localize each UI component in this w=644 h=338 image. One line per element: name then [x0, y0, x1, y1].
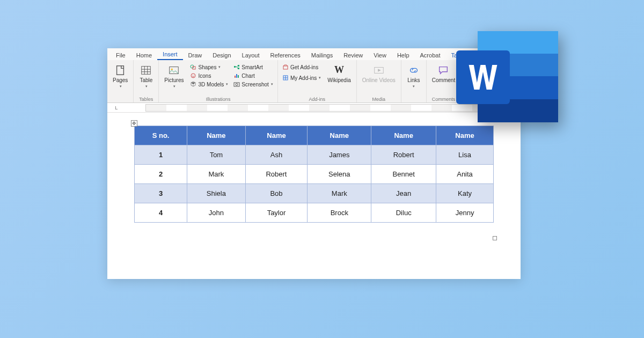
screenshot-button[interactable]: Screenshot — [232, 80, 274, 88]
wikipedia-label: Wikipedia — [327, 77, 350, 83]
group-media: Online Videos Media — [357, 60, 401, 102]
comment-button[interactable]: Comment — [430, 63, 457, 84]
tab-mailings[interactable]: Mailings — [306, 50, 338, 60]
cell[interactable]: Jean — [371, 184, 436, 203]
screenshot-label: Screenshot — [241, 82, 269, 87]
table-resize-handle[interactable] — [493, 236, 497, 240]
th-name-1[interactable]: Name — [187, 126, 246, 145]
cell[interactable]: 1 — [135, 145, 187, 165]
pages-button[interactable]: Pages — [111, 63, 130, 90]
th-sno[interactable]: S no. — [135, 126, 187, 145]
word-logo-square — [456, 50, 510, 104]
svg-rect-9 — [234, 66, 236, 68]
tab-design[interactable]: Design — [207, 50, 236, 60]
table-row: 1 Tom Ash James Robert Lisa — [135, 145, 494, 165]
table-button[interactable]: Table — [137, 63, 155, 90]
cell[interactable]: Robert — [245, 165, 308, 184]
cell[interactable]: Lisa — [436, 145, 494, 165]
cell[interactable]: Bob — [245, 184, 308, 203]
models-label: 3D Models — [198, 82, 224, 87]
tab-acrobat[interactable]: Acrobat — [415, 50, 446, 60]
cell[interactable]: Diluc — [371, 203, 436, 223]
tab-insert[interactable]: Insert — [157, 49, 183, 60]
tab-references[interactable]: References — [265, 50, 306, 60]
group-tables: Table Tables — [134, 60, 159, 102]
svg-rect-11 — [238, 68, 239, 69]
smartart-button[interactable]: SmartArt — [232, 63, 274, 71]
comment-icon — [437, 64, 449, 76]
tab-draw[interactable]: Draw — [183, 50, 208, 60]
links-label: Links — [407, 77, 420, 83]
cell[interactable]: 3 — [135, 184, 187, 203]
wikipedia-button[interactable]: W Wikipedia — [325, 63, 353, 84]
tab-help[interactable]: Help — [392, 50, 415, 60]
cell[interactable]: Robert — [371, 145, 436, 165]
icons-button[interactable]: Icons — [189, 72, 229, 79]
tab-view[interactable]: View — [368, 50, 392, 60]
table-row: 2 Mark Robert Selena Bennet Anita — [135, 165, 494, 184]
th-name-4[interactable]: Name — [371, 126, 436, 145]
cell[interactable]: Tom — [187, 145, 246, 165]
video-icon — [373, 64, 385, 76]
tab-file[interactable]: File — [111, 50, 131, 60]
th-name-3[interactable]: Name — [308, 126, 371, 145]
cell[interactable]: Anita — [436, 165, 494, 184]
tab-layout[interactable]: Layout — [237, 50, 265, 60]
link-icon — [408, 64, 420, 76]
comment-label: Comment — [432, 77, 455, 83]
get-addins-label: Get Add-ins — [290, 64, 318, 70]
group-illustrations: Pictures Shapes Icons 3D Models SmartArt… — [159, 60, 278, 102]
online-videos-button[interactable]: Online Videos — [360, 63, 398, 84]
smartart-icon — [233, 64, 240, 70]
get-addins-button[interactable]: Get Add-ins — [281, 63, 322, 71]
th-name-2[interactable]: Name — [245, 126, 308, 145]
cell[interactable]: Taylor — [245, 203, 308, 223]
cell[interactable]: John — [187, 203, 246, 223]
cell[interactable]: 2 — [135, 165, 187, 184]
table-icon — [140, 64, 152, 76]
tab-review[interactable]: Review — [338, 50, 368, 60]
group-links: Links . — [401, 60, 427, 102]
shapes-label: Shapes — [198, 64, 216, 70]
chart-icon — [233, 72, 240, 79]
cell[interactable]: Jenny — [436, 203, 494, 223]
chart-label: Chart — [241, 73, 254, 79]
svg-rect-13 — [236, 74, 237, 78]
document-area[interactable]: ✥ S no. Name Name Name Name Name 1 Tom A… — [107, 113, 521, 279]
addins-icon — [282, 75, 289, 81]
my-addins-button[interactable]: My Add-ins — [281, 74, 322, 82]
icons-label: Icons — [198, 73, 211, 79]
chart-button[interactable]: Chart — [232, 72, 274, 79]
group-comments-label: Comments — [430, 96, 457, 102]
cell[interactable]: Bennet — [371, 165, 436, 184]
ruler-corner: L — [107, 105, 125, 111]
cell[interactable]: Brock — [308, 203, 371, 223]
cell[interactable]: Ash — [245, 145, 308, 165]
group-media-label: Media — [360, 96, 398, 102]
pictures-label: Pictures — [164, 77, 184, 83]
table-row: 3 Shiela Bob Mark Jean Katy — [135, 184, 494, 203]
wikipedia-icon: W — [333, 64, 345, 76]
group-tables-label: Tables — [137, 96, 155, 102]
cell[interactable]: Katy — [436, 184, 494, 203]
cell[interactable]: Mark — [187, 165, 246, 184]
cell[interactable]: 4 — [135, 203, 187, 223]
icons-icon — [190, 72, 196, 79]
pictures-button[interactable]: Pictures — [162, 63, 186, 90]
models-button[interactable]: 3D Models — [189, 80, 229, 88]
shapes-button[interactable]: Shapes — [189, 63, 229, 71]
cell[interactable]: Selena — [308, 165, 371, 184]
my-addins-label: My Add-ins — [290, 75, 317, 81]
table-move-handle[interactable]: ✥ — [131, 120, 137, 127]
data-table[interactable]: S no. Name Name Name Name Name 1 Tom Ash… — [134, 126, 494, 223]
group-illustrations-label: Illustrations — [162, 96, 274, 102]
th-name-5[interactable]: Name — [436, 126, 494, 145]
cell[interactable]: Shiela — [187, 184, 246, 203]
group-addins-label: Add-ins — [281, 96, 353, 102]
cell[interactable]: James — [308, 145, 371, 165]
tab-home[interactable]: Home — [131, 50, 157, 60]
cell[interactable]: Mark — [308, 184, 371, 203]
svg-point-16 — [236, 84, 238, 86]
links-button[interactable]: Links — [405, 63, 423, 90]
svg-rect-10 — [238, 65, 239, 67]
